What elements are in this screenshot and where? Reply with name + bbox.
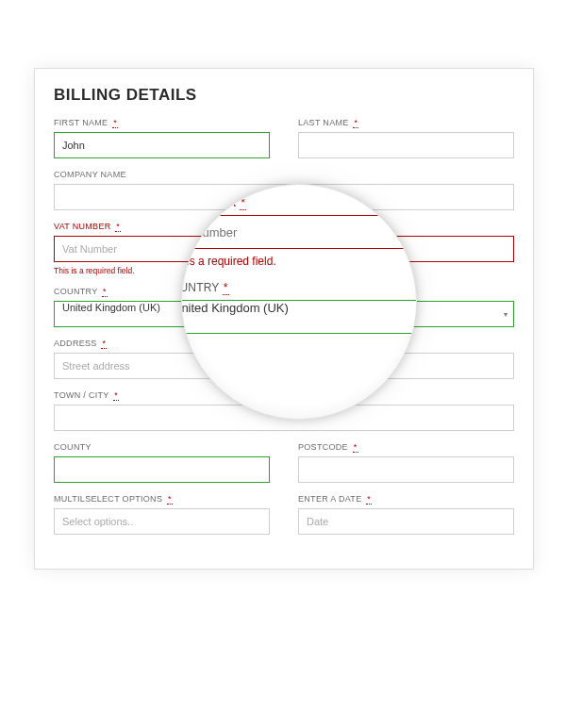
country-select-value: United Kingdom (UK): [62, 302, 160, 313]
postcode-input[interactable]: [298, 456, 514, 483]
mag-country-select[interactable]: United Kingdom (UK): [181, 300, 417, 334]
date-input[interactable]: [298, 508, 514, 535]
postcode-label: POSTCODE *: [298, 442, 514, 452]
multiselect-input[interactable]: [54, 508, 270, 535]
magnifier-lens: PANY NAME VAT NUMBER * This is a require…: [181, 184, 417, 420]
county-label: COUNTY: [54, 442, 270, 452]
county-input[interactable]: [54, 456, 270, 483]
mag-country-select-value: United Kingdom (UK): [181, 301, 289, 315]
mag-vat-number-input[interactable]: [181, 215, 417, 249]
company-name-label: COMPANY NAME: [54, 170, 514, 179]
last-name-label: LAST NAME *: [298, 118, 514, 127]
chevron-down-icon: ▾: [504, 310, 508, 319]
last-name-input[interactable]: [298, 132, 514, 158]
mag-country-label: COUNTRY *: [181, 281, 417, 294]
mag-vat-number-error: This is a required field.: [181, 255, 417, 268]
date-label: ENTER A DATE *: [298, 494, 514, 504]
multiselect-label: MULTILSELECT OPTIONS *: [54, 494, 270, 504]
first-name-input[interactable]: [54, 132, 270, 158]
section-title: BILLING DETAILS: [54, 86, 514, 105]
first-name-label: FIRST NAME *: [54, 118, 270, 127]
